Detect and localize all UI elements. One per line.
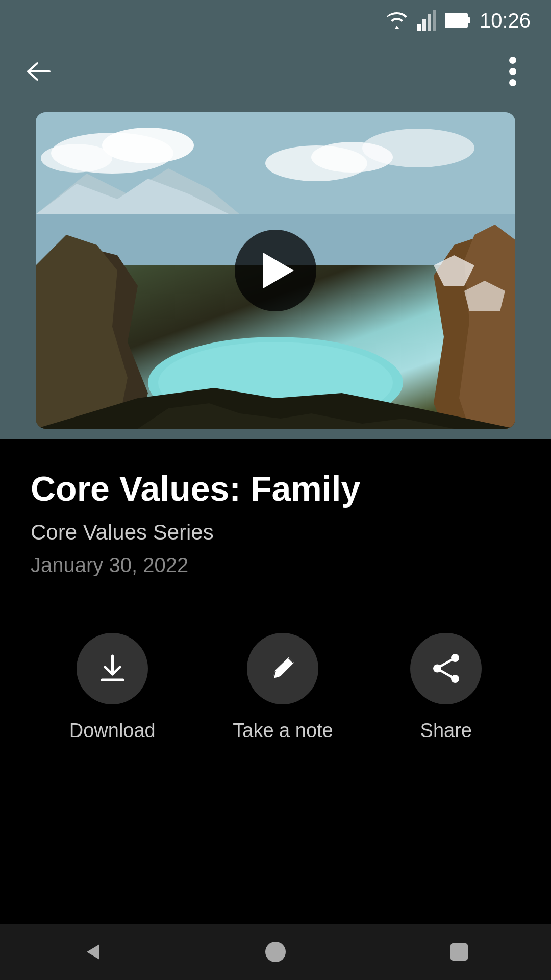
status-icons: 10:26 <box>386 9 531 32</box>
note-label: Take a note <box>233 720 333 742</box>
wifi-icon <box>386 11 408 30</box>
play-button[interactable] <box>235 230 316 311</box>
svg-line-34 <box>441 660 452 666</box>
svg-point-37 <box>265 942 286 962</box>
svg-line-35 <box>441 671 452 677</box>
svg-point-13 <box>41 144 112 173</box>
video-series: Core Values Series <box>31 520 520 545</box>
nav-recents-button[interactable] <box>441 934 477 970</box>
svg-point-8 <box>509 79 516 86</box>
svg-rect-5 <box>467 17 470 23</box>
play-triangle-icon <box>263 253 294 288</box>
status-bar: 10:26 <box>0 0 551 41</box>
note-action[interactable]: Take a note <box>233 633 333 742</box>
nav-home-button[interactable] <box>258 934 293 970</box>
status-time: 10:26 <box>480 9 531 32</box>
more-vertical-icon <box>509 56 517 87</box>
svg-rect-3 <box>433 10 436 31</box>
download-label: Download <box>69 720 156 742</box>
back-arrow-icon <box>25 60 52 83</box>
app-bar <box>0 41 551 102</box>
nav-back-button[interactable] <box>74 934 110 970</box>
note-icon-circle <box>247 633 318 704</box>
svg-rect-38 <box>450 943 468 961</box>
svg-rect-2 <box>428 14 431 31</box>
more-options-button[interactable] <box>495 54 531 89</box>
download-action[interactable]: Download <box>69 633 156 742</box>
svg-point-16 <box>362 129 474 167</box>
nav-home-icon <box>263 939 288 965</box>
svg-rect-4 <box>445 13 467 28</box>
content-section: Core Values: Family Core Values Series J… <box>0 439 551 633</box>
share-icon-circle <box>410 633 482 704</box>
nav-recents-icon <box>447 940 471 964</box>
battery-icon <box>445 11 470 30</box>
svg-marker-36 <box>87 944 99 960</box>
action-buttons: Download Take a note Share <box>0 633 551 742</box>
video-date: January 30, 2022 <box>31 554 520 577</box>
signal-icon <box>417 10 436 31</box>
download-icon-circle <box>77 633 148 704</box>
video-thumbnail[interactable] <box>36 112 515 429</box>
back-button[interactable] <box>20 54 56 89</box>
video-container <box>0 102 551 439</box>
svg-rect-1 <box>422 19 426 31</box>
nav-back-icon <box>79 939 105 965</box>
share-icon <box>430 652 463 685</box>
share-label: Share <box>420 720 472 742</box>
nav-bar <box>0 924 551 980</box>
svg-point-12 <box>102 128 194 163</box>
svg-point-6 <box>509 57 516 64</box>
svg-rect-0 <box>417 24 421 31</box>
note-icon <box>266 652 299 685</box>
svg-point-7 <box>509 68 516 75</box>
download-icon <box>96 652 129 685</box>
share-action[interactable]: Share <box>410 633 482 742</box>
video-title: Core Values: Family <box>31 470 520 508</box>
